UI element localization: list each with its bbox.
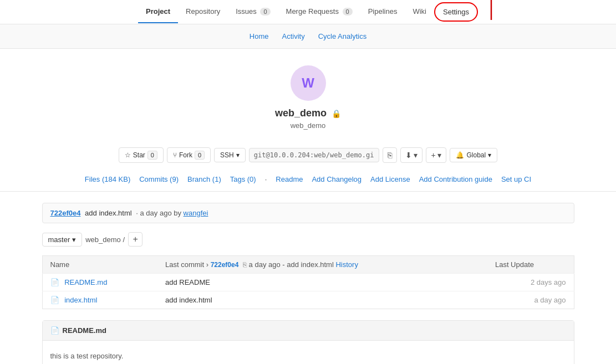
commits-stat[interactable]: Commits (9) <box>139 175 179 183</box>
nav-item-merge-requests[interactable]: Merge Requests 0 <box>278 1 360 23</box>
stat-separator-1: · <box>265 175 267 183</box>
readme-title: README.md <box>63 326 106 335</box>
file-icon-readme: 📄 <box>50 326 59 335</box>
chevron-down-icon-3: ▾ <box>72 235 76 244</box>
commit-author[interactable]: wangfei <box>184 209 208 217</box>
subnav-cycle-analytics[interactable]: Cycle Analytics <box>312 30 373 43</box>
commit-msg-cell: add README <box>157 274 487 291</box>
branch-path: web_demo / <box>85 235 125 244</box>
nav-item-settings[interactable]: Settings <box>434 2 478 22</box>
files-stat[interactable]: Files (184 KB) <box>85 175 130 183</box>
branch-bar: master ▾ web_demo / + <box>42 229 574 250</box>
column-last-commit: Last commit › 722ef0e4 ⎘ a day ago - add… <box>157 256 487 274</box>
ssh-dropdown[interactable]: SSH ▾ <box>214 148 246 162</box>
subnav-home[interactable]: Home <box>243 30 276 43</box>
table-row: 📄 README.md add README 2 days ago <box>42 274 574 291</box>
sub-nav: Home Activity Cycle Analytics <box>0 24 616 49</box>
fork-count: 0 <box>195 151 205 160</box>
project-name: web_demo 🔒 <box>0 107 616 119</box>
commit-msg-cell: add index.html <box>157 291 487 309</box>
readme-content: this is a test repository. <box>50 352 566 360</box>
bell-icon: 🔔 <box>456 151 464 159</box>
commit-by: by <box>174 209 183 217</box>
main-content: 722ef0e4 add index.html · a day ago by w… <box>42 192 574 364</box>
nav-item-project[interactable]: Project <box>138 1 178 23</box>
nav-item-issues[interactable]: Issues 0 <box>228 1 278 23</box>
header-commit-hash[interactable]: 722ef0e4 <box>211 261 239 269</box>
readme-body: this is a test repository. <box>43 341 574 364</box>
nav-item-wiki[interactable]: Wiki <box>405 1 434 23</box>
column-last-update: Last Update <box>487 256 574 274</box>
history-link[interactable]: History <box>335 260 358 269</box>
commit-hash[interactable]: 722ef0e4 <box>50 209 81 217</box>
star-icon: ☆ <box>125 151 131 159</box>
file-name-cell: 📄 index.html <box>42 291 157 309</box>
fork-icon: ⑂ <box>173 151 177 159</box>
copy-button[interactable]: ⎘ <box>383 147 397 163</box>
file-link-readme[interactable]: README.md <box>64 278 107 286</box>
stats-bar: Files (184 KB) Commits (9) Branch (1) Ta… <box>0 170 616 192</box>
file-icon: 📄 <box>50 296 59 304</box>
action-bar: ☆ Star 0 ⑂ Fork 0 SSH ▾ git@10.0.0.204:w… <box>0 141 616 170</box>
commit-separator: · <box>136 209 138 217</box>
readme-stat[interactable]: Readme <box>276 175 303 183</box>
readme-header: 📄 README.md <box>43 321 574 341</box>
add-contribution[interactable]: Add Contribution guide <box>419 175 492 183</box>
add-button[interactable]: + ▾ <box>426 147 446 163</box>
last-update-cell: 2 days ago <box>487 274 574 291</box>
commit-bar: 722ef0e4 add index.html · a day ago by w… <box>42 203 574 223</box>
add-license[interactable]: Add License <box>370 175 410 183</box>
file-icon: 📄 <box>50 278 59 286</box>
download-button[interactable]: ⬇ ▾ <box>400 147 423 163</box>
chevron-down-icon-2: ▾ <box>488 151 491 159</box>
commit-time: a day ago <box>140 209 172 217</box>
top-nav: Project Repository Issues 0 Merge Reques… <box>0 0 616 24</box>
add-file-button[interactable]: + <box>128 232 142 247</box>
star-button[interactable]: ☆ Star 0 <box>119 147 164 163</box>
project-info: W web_demo 🔒 web_demo <box>0 49 616 141</box>
file-table: Name Last commit › 722ef0e4 ⎘ a day ago … <box>42 255 574 309</box>
lock-icon: 🔒 <box>332 109 341 118</box>
notification-button[interactable]: 🔔 Global ▾ <box>450 148 497 162</box>
merge-requests-badge: 0 <box>343 8 353 16</box>
clone-url: git@10.0.0.204:web/web_demo.gi <box>249 148 379 162</box>
file-link-index[interactable]: index.html <box>64 296 97 304</box>
project-namespace: web_demo <box>0 121 616 130</box>
avatar: W <box>291 65 326 101</box>
last-update-cell: a day ago <box>487 291 574 309</box>
readme-section: 📄 README.md this is a test repository. <box>42 320 574 364</box>
branch-stat[interactable]: Branch (1) <box>187 175 221 183</box>
issues-badge: 0 <box>260 8 270 16</box>
branch-dropdown[interactable]: master ▾ <box>42 233 83 247</box>
setup-ci[interactable]: Set up CI <box>501 175 531 183</box>
add-changelog[interactable]: Add Changelog <box>312 175 362 183</box>
copy-hash-icon[interactable]: ⎘ <box>243 261 247 269</box>
nav-item-repository[interactable]: Repository <box>178 1 228 23</box>
tags-stat[interactable]: Tags (0) <box>230 175 256 183</box>
star-count: 0 <box>147 151 157 160</box>
column-name: Name <box>42 256 157 274</box>
table-row: 📄 index.html add index.html a day ago <box>42 291 574 309</box>
nav-item-pipelines[interactable]: Pipelines <box>360 1 405 23</box>
commit-message: add index.html <box>85 209 132 217</box>
fork-button[interactable]: ⑂ Fork 0 <box>167 147 211 163</box>
branch-name: master <box>48 235 70 244</box>
subnav-activity[interactable]: Activity <box>276 30 312 43</box>
file-name-cell: 📄 README.md <box>42 274 157 291</box>
chevron-down-icon: ▾ <box>236 151 240 159</box>
